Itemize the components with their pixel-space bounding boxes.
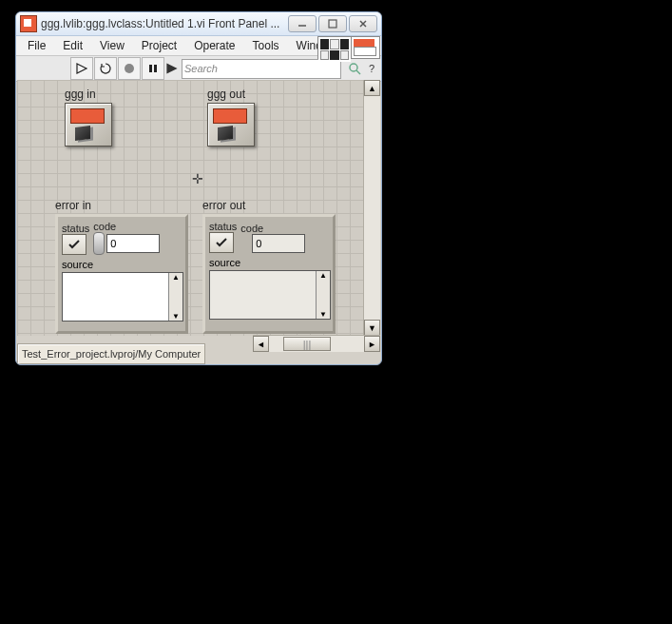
connector-pane-icon[interactable] <box>318 37 351 62</box>
play-icon[interactable] <box>165 58 179 79</box>
scroll-up-button[interactable]: ▲ <box>364 80 380 96</box>
svg-rect-6 <box>149 65 152 72</box>
error-in-source-scrollbar[interactable]: ▲▼ <box>168 273 182 321</box>
titlebar[interactable]: ggg.lvlib:ggg.lvclass:Untitled 1.vi Fron… <box>16 12 381 36</box>
project-path: Test_Error_project.lvproj/My Computer <box>22 348 201 360</box>
run-continuously-button[interactable] <box>94 57 117 80</box>
error-in-cluster: error in status code 0 <box>55 199 188 334</box>
error-out-code-label: code <box>240 223 305 234</box>
svg-rect-1 <box>329 20 336 28</box>
svg-rect-7 <box>154 65 157 72</box>
search-input[interactable]: Search <box>182 59 341 79</box>
close-button[interactable] <box>349 15 377 32</box>
error-out-cluster: error out status code 0 <box>202 199 336 334</box>
menu-edit[interactable]: Edit <box>55 37 90 54</box>
svg-point-9 <box>350 64 357 71</box>
menu-file[interactable]: File <box>20 37 53 54</box>
ggg-in-control: ggg in <box>65 88 122 146</box>
error-in-source-label: source <box>62 259 182 270</box>
error-out-source-field: ▲▼ <box>209 270 331 320</box>
error-out-label: error out <box>202 199 336 212</box>
statusbar: Test_Error_project.lvproj/My Computer <box>17 343 205 364</box>
run-button[interactable] <box>70 57 93 80</box>
menu-project[interactable]: Project <box>134 37 184 54</box>
error-out-box[interactable]: status code 0 source <box>202 214 336 334</box>
error-in-box[interactable]: status code 0 source <box>55 214 188 334</box>
error-out-source-label: source <box>209 257 329 268</box>
error-in-status-label: status <box>62 223 89 234</box>
vi-icon <box>20 15 37 32</box>
pause-button[interactable] <box>142 57 164 80</box>
error-in-code-label: code <box>93 221 160 232</box>
cursor-crosshair-icon: ✛ <box>192 171 203 186</box>
svg-line-10 <box>356 70 360 74</box>
scroll-down-button[interactable]: ▼ <box>364 320 380 336</box>
ggg-out-label: ggg out <box>207 88 264 101</box>
maximize-button[interactable] <box>318 15 347 32</box>
scroll-right-button[interactable]: ► <box>364 336 380 352</box>
labview-window: ggg.lvlib:ggg.lvclass:Untitled 1.vi Fron… <box>15 11 382 365</box>
window-title: ggg.lvlib:ggg.lvclass:Untitled 1.vi Fron… <box>41 17 288 30</box>
svg-text:?: ? <box>369 63 374 74</box>
navigation-pane[interactable] <box>317 36 380 59</box>
error-in-code-spinner[interactable] <box>93 232 105 255</box>
scroll-left-button[interactable]: ◄ <box>253 336 269 352</box>
ggg-in-terminal[interactable] <box>65 103 112 146</box>
error-out-status-label: status <box>209 221 237 232</box>
ggg-in-label: ggg in <box>65 88 122 101</box>
error-in-label: error in <box>55 199 188 212</box>
menu-tools[interactable]: Tools <box>245 37 287 54</box>
svg-point-5 <box>125 64 134 73</box>
horizontal-scrollbar[interactable]: ◄ ||| ► <box>253 335 380 352</box>
front-panel[interactable]: ggg in ggg out ✛ error in status c <box>17 80 364 336</box>
menu-operate[interactable]: Operate <box>186 37 242 54</box>
window-buttons <box>288 15 377 32</box>
error-in-source-field[interactable]: ▲▼ <box>62 272 183 322</box>
error-out-code-field: 0 <box>252 234 305 253</box>
error-in-status-checkbox[interactable] <box>62 234 86 255</box>
error-in-code-field[interactable]: 0 <box>106 234 160 253</box>
abort-button[interactable] <box>118 57 141 80</box>
menu-view[interactable]: View <box>92 37 132 54</box>
minimize-button[interactable] <box>288 15 317 32</box>
svg-marker-8 <box>166 63 177 73</box>
ggg-out-indicator: ggg out <box>207 88 264 146</box>
help-icon[interactable]: ? <box>366 58 379 79</box>
error-out-source-scrollbar[interactable]: ▲▼ <box>316 271 330 319</box>
vertical-scrollbar[interactable]: ▲ ▼ <box>363 80 380 336</box>
scroll-thumb[interactable]: ||| <box>283 337 331 351</box>
svg-marker-4 <box>77 64 86 73</box>
vi-icon-small[interactable] <box>351 37 379 58</box>
error-out-status-indicator <box>209 232 234 253</box>
ggg-out-terminal[interactable] <box>207 103 255 146</box>
